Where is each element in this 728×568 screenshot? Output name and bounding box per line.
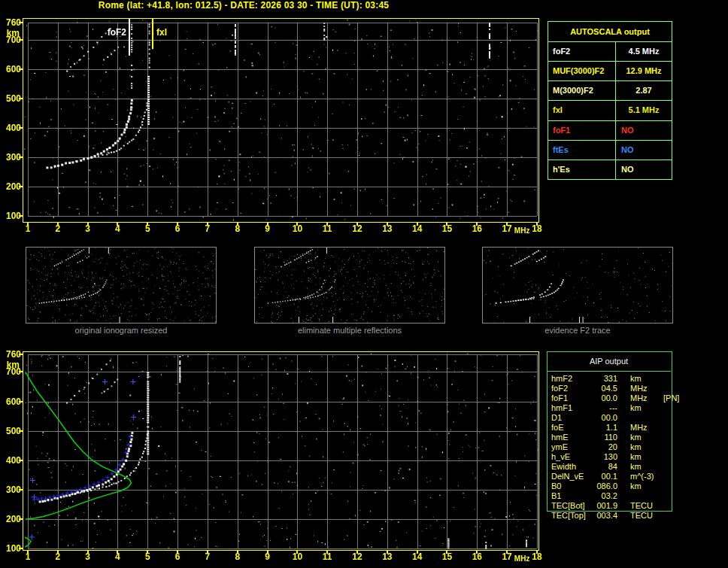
aip-row-d1: D100.0 (547, 413, 697, 423)
aip-row-yme: ymE20km (547, 442, 697, 452)
table-row-fxi: fxI 5.1 MHz (548, 101, 672, 120)
thumbnail-evidence-f2-trace (482, 247, 673, 323)
table-row-fof2: foF2 4.5 MHz (548, 42, 672, 62)
table-row-ftes: ftEs NO (548, 141, 672, 160)
aip-row-delnve: DelN_vE00.1m^(-3) (547, 472, 697, 481)
aip-row-foe: foE1.1MHz (547, 423, 697, 433)
aip-row-b0: B0086.0km (547, 481, 697, 491)
row-label: ftEs (548, 141, 616, 159)
aip-row-b1: B103.2 (547, 491, 697, 501)
row-label: MUF(3000)F2 (548, 62, 616, 80)
restored-ionogram-plot (0, 349, 544, 568)
thumbnail-caption: evidence F2 trace (482, 326, 673, 335)
row-label: M(3000)F2 (548, 81, 616, 100)
row-value: 2.87 (616, 81, 672, 100)
row-label: foF2 (548, 42, 616, 61)
row-label: h'Es (548, 160, 616, 179)
aip-output-table: AIP output hmF2331km foF204.5MHz foF100.… (547, 351, 697, 528)
aip-row-hmf2: hmF2331km (547, 374, 697, 384)
aip-row-hve: h_vE130km (547, 452, 697, 462)
scaled-ionogram-plot (0, 17, 544, 236)
thumbnail-eliminate-reflections (254, 247, 445, 323)
aip-row-tectop: TEC[Top]003.4TECU (547, 511, 697, 521)
table-row-hes: h'Es NO (548, 160, 672, 179)
row-value: 12.9 MHz (616, 62, 672, 80)
autoscala-table-header: AUTOSCALA output (548, 22, 672, 42)
aip-row-hme: hmE110km (547, 433, 697, 442)
aip-row-hmf1: hmF1---km (547, 403, 697, 413)
thumbnail-original-ionogram (26, 247, 217, 323)
aip-rows: hmF2331km foF204.5MHz foF100.0MHz[PN] hm… (547, 374, 697, 521)
page-title: Rome (lat: +41.8, lon: 012.5) - DATE: 20… (0, 0, 487, 11)
table-row-muf3000f2: MUF(3000)F2 12.9 MHz (548, 62, 672, 81)
row-label: fxI (548, 101, 616, 120)
table-row-m3000f2: M(3000)F2 2.87 (548, 81, 672, 101)
thumbnail-caption: original ionogram resized (26, 326, 217, 335)
autoscala-window: Rome (lat: +41.8, lon: 012.5) - DATE: 20… (0, 0, 728, 568)
aip-row-fof1: foF100.0MHz[PN] (547, 393, 697, 403)
aip-row-tecbot: TEC[Bot]001.9TECU (547, 501, 697, 511)
aip-row-fof2: foF204.5MHz (547, 384, 697, 393)
row-value: NO (616, 141, 672, 159)
row-label: foF1 (548, 121, 616, 140)
row-value: 5.1 MHz (616, 101, 672, 120)
row-value: NO (616, 160, 672, 179)
aip-row-ewidth: Ewidth84km (547, 462, 697, 472)
table-row-fof1: foF1 NO (548, 121, 672, 141)
thumbnail-caption: eliminate multiple reflections (254, 326, 445, 335)
row-value: NO (616, 121, 672, 140)
autoscala-output-table: AUTOSCALA output foF2 4.5 MHz MUF(3000)F… (548, 21, 672, 180)
aip-table-header: AIP output (547, 351, 671, 372)
row-value: 4.5 MHz (616, 42, 672, 61)
